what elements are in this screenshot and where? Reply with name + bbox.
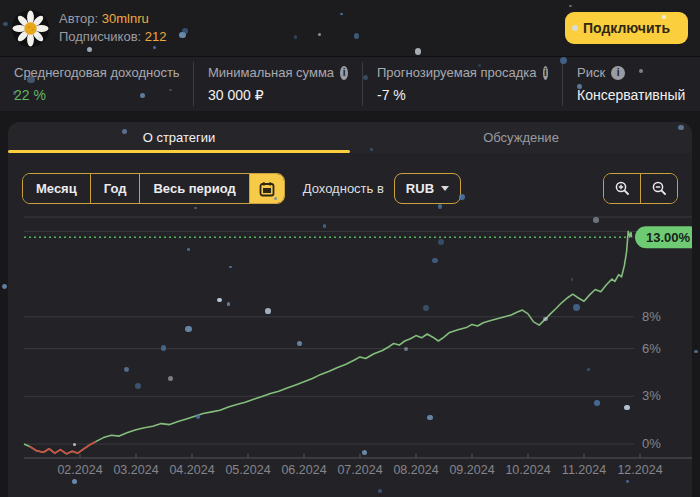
stat-risk: Рискi Консервативный <box>562 62 700 106</box>
chevron-down-icon <box>441 186 449 191</box>
svg-text:6%: 6% <box>642 341 661 356</box>
tab-discussion[interactable]: Обсуждение <box>350 122 692 153</box>
stat-annual-return: Среднегодовая доходность 22 % <box>0 62 193 106</box>
header: Автор: 30mlnru Подписчиков: 212 Подключи… <box>0 0 700 56</box>
author-label: Автор: <box>59 11 98 26</box>
svg-text:02.2024: 02.2024 <box>57 463 102 477</box>
currency-dropdown[interactable]: RUB <box>394 173 461 204</box>
tab-about-strategy[interactable]: О стратегии <box>8 122 350 153</box>
author-name[interactable]: 30mlnru <box>102 11 149 26</box>
svg-text:10.2024: 10.2024 <box>505 463 550 477</box>
chart-controls: Месяц Год Весь период Доходность в RUB <box>22 173 678 204</box>
current-value-badge: 13.00% <box>646 230 691 245</box>
svg-text:09.2024: 09.2024 <box>449 463 494 477</box>
zoom-out-button[interactable] <box>640 174 677 203</box>
strategy-page: Автор: 30mlnru Подписчиков: 212 Подключи… <box>0 0 700 497</box>
subscribers-count: 212 <box>145 29 167 44</box>
svg-text:3%: 3% <box>642 388 661 403</box>
period-year-button[interactable]: Год <box>90 174 140 203</box>
author-line: Автор: 30mlnru <box>59 10 166 28</box>
zoom-in-icon <box>614 180 631 197</box>
subscribers-line: Подписчиков: 212 <box>59 28 166 46</box>
tab-bar: О стратегии Обсуждение <box>8 122 692 153</box>
svg-text:07.2024: 07.2024 <box>337 463 382 477</box>
svg-text:06.2024: 06.2024 <box>281 463 326 477</box>
strategy-card: О стратегии Обсуждение Месяц Год Весь пе… <box>8 122 692 497</box>
svg-text:05.2024: 05.2024 <box>225 463 270 477</box>
period-selector: Месяц Год Весь период <box>22 173 285 204</box>
daisy-flower-avatar[interactable] <box>12 10 49 47</box>
stat-drawdown: Прогнозируемая просадкаi -7 % <box>362 62 562 106</box>
stat-value: 22 % <box>14 87 179 103</box>
svg-text:04.2024: 04.2024 <box>169 463 214 477</box>
info-icon[interactable]: i <box>340 66 348 80</box>
stat-label: Среднегодовая доходность <box>14 65 179 80</box>
svg-text:03.2024: 03.2024 <box>113 463 158 477</box>
author-block: Автор: 30mlnru Подписчиков: 212 <box>59 10 166 46</box>
calendar-icon <box>259 181 275 197</box>
zoom-controls <box>603 173 678 204</box>
subscribers-label: Подписчиков: <box>59 29 141 44</box>
svg-text:0%: 0% <box>642 436 661 451</box>
stat-label: Риск <box>577 65 605 80</box>
period-month-button[interactable]: Месяц <box>23 174 90 203</box>
zoom-in-button[interactable] <box>604 174 640 203</box>
stat-value: 30 000 ₽ <box>208 87 348 103</box>
stats-strip: Среднегодовая доходность 22 % Минимальна… <box>0 56 700 111</box>
stat-value: -7 % <box>377 87 548 103</box>
svg-text:11.2024: 11.2024 <box>562 463 606 477</box>
svg-text:08.2024: 08.2024 <box>393 463 438 477</box>
stat-label: Минимальная сумма <box>208 65 334 80</box>
info-icon[interactable]: i <box>543 66 548 80</box>
connect-button[interactable]: Подключить <box>565 12 688 44</box>
calendar-button[interactable] <box>249 174 284 203</box>
active-tab-underline <box>8 150 350 153</box>
returns-chart[interactable]: 0%3%6%8%13.37%13.00%02.202403.202404.202… <box>8 211 692 487</box>
period-all-button[interactable]: Весь период <box>139 174 248 203</box>
stat-value: Консервативный <box>577 87 686 103</box>
currency-value: RUB <box>406 181 434 196</box>
zoom-out-icon <box>651 180 668 197</box>
svg-text:8%: 8% <box>642 309 661 324</box>
info-icon[interactable]: i <box>611 66 625 80</box>
stat-label: Прогнозируемая просадка <box>377 65 537 80</box>
svg-text:12.2024: 12.2024 <box>617 463 662 477</box>
returns-in-label: Доходность в <box>303 181 384 196</box>
stat-min-sum: Минимальная суммаi 30 000 ₽ <box>193 62 362 106</box>
